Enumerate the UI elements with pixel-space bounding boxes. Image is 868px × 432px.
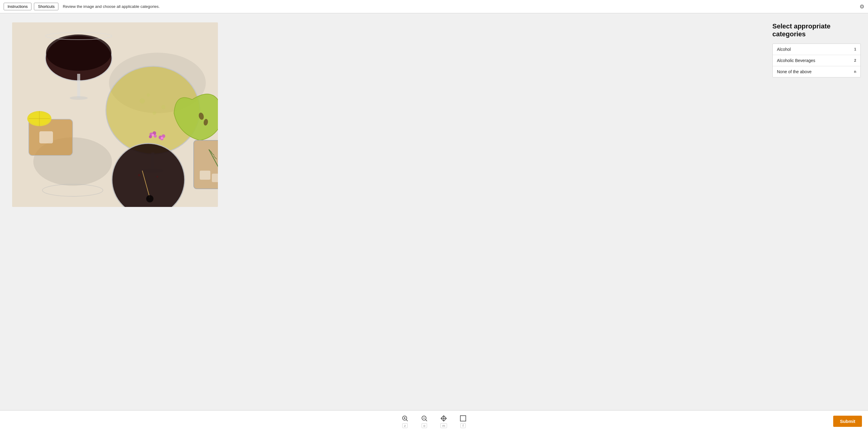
main-image <box>12 22 218 207</box>
svg-point-25 <box>154 135 157 138</box>
zoom-in-shortcut: z <box>402 423 408 428</box>
svg-point-45 <box>146 195 153 202</box>
category-shortcut: 1 <box>854 47 856 52</box>
right-panel: Select appropriate categories Alcohol 1 … <box>765 13 868 410</box>
zoom-out-button[interactable]: o <box>415 415 434 428</box>
toolbar-group: z o m <box>395 415 473 428</box>
category-label: Alcoholic Beverages <box>777 58 815 63</box>
image-panel <box>0 13 765 410</box>
panel-title: Select appropriate categories <box>772 22 861 38</box>
category-label: Alcohol <box>777 47 791 52</box>
svg-rect-60 <box>212 174 218 182</box>
svg-point-26 <box>149 135 152 138</box>
category-label: None of the above <box>777 69 811 74</box>
shortcuts-button[interactable]: Shortcuts <box>34 3 58 10</box>
task-description: Review the image and choose all applicab… <box>63 4 159 9</box>
svg-point-19 <box>140 99 145 103</box>
zoom-out-shortcut: o <box>422 423 427 428</box>
category-shortcut: 2 <box>854 58 856 63</box>
fit-shortcut: f <box>460 423 466 428</box>
category-shortcut: n <box>854 70 856 74</box>
svg-point-21 <box>147 94 150 97</box>
gear-icon[interactable]: ⚙ <box>860 3 864 10</box>
fit-button[interactable]: f <box>453 415 473 428</box>
svg-line-66 <box>426 420 427 421</box>
svg-point-46 <box>138 174 141 176</box>
svg-point-8 <box>70 96 88 100</box>
svg-rect-7 <box>77 74 80 98</box>
header: Instructions Shortcuts Review the image … <box>0 0 868 13</box>
svg-point-27 <box>152 134 154 136</box>
move-button[interactable]: m <box>434 415 453 428</box>
category-item[interactable]: None of the above n <box>773 66 861 77</box>
svg-point-22 <box>161 105 165 109</box>
submit-button[interactable]: Submit <box>833 416 862 427</box>
category-item[interactable]: Alcoholic Beverages 2 <box>773 55 861 66</box>
instructions-button[interactable]: Instructions <box>4 3 31 10</box>
svg-point-20 <box>153 111 156 115</box>
svg-rect-70 <box>460 416 466 421</box>
main-content: Select appropriate categories Alcohol 1 … <box>0 13 868 410</box>
zoom-in-button[interactable]: z <box>395 415 415 428</box>
svg-rect-59 <box>200 171 210 180</box>
svg-point-47 <box>156 176 158 177</box>
svg-point-31 <box>161 137 163 139</box>
move-shortcut: m <box>440 423 447 428</box>
cocktail-image-svg <box>12 22 218 207</box>
svg-rect-36 <box>39 131 53 143</box>
svg-line-62 <box>406 420 408 421</box>
category-item[interactable]: Alcohol 1 <box>773 44 861 55</box>
footer-toolbar: z o m <box>0 410 868 432</box>
category-list: Alcohol 1 Alcoholic Beverages 2 None of … <box>772 43 861 77</box>
